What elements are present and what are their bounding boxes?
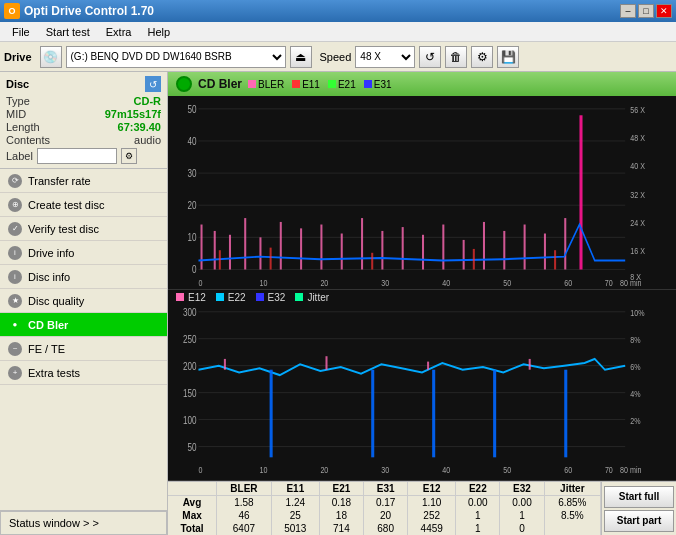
stats-row-max: Max 46 25 18 20 252 1 1 8.5%: [168, 509, 601, 522]
svg-text:50: 50: [503, 278, 511, 288]
sidebar-item-cd-bler[interactable]: ● CD Bler: [0, 313, 167, 337]
svg-rect-47: [544, 234, 546, 270]
svg-rect-48: [564, 218, 566, 269]
svg-rect-39: [381, 231, 383, 270]
svg-rect-52: [371, 253, 373, 270]
sidebar-item-disc-info[interactable]: i Disc info: [0, 265, 167, 289]
app-icon: O: [4, 3, 20, 19]
legend2-e32-label: E32: [268, 292, 286, 303]
sidebar-item-extra-tests[interactable]: + Extra tests: [0, 361, 167, 385]
transfer-rate-icon: ⟳: [8, 174, 22, 188]
svg-rect-29: [201, 225, 203, 270]
main-area: Disc ↺ Type CD-R MID 97m15s17f Length 67…: [0, 72, 676, 535]
svg-rect-90: [529, 359, 531, 370]
col-header-bler: BLER: [217, 482, 272, 496]
svg-text:20: 20: [320, 464, 328, 475]
start-part-button[interactable]: Start part: [604, 510, 674, 532]
start-full-button[interactable]: Start full: [604, 486, 674, 508]
svg-rect-44: [483, 222, 485, 270]
disc-refresh-button[interactable]: ↺: [145, 76, 161, 92]
speed-label: Speed: [320, 51, 352, 63]
legend2-e22-dot: [216, 293, 224, 301]
legend-e11-dot: [292, 80, 300, 88]
legend-bler-label: BLER: [258, 79, 284, 90]
sidebar-item-verify-test-disc[interactable]: ✓ Verify test disc: [0, 217, 167, 241]
svg-rect-53: [473, 249, 475, 270]
menu-start-test[interactable]: Start test: [38, 24, 98, 40]
svg-rect-50: [219, 250, 221, 269]
menu-help[interactable]: Help: [139, 24, 178, 40]
sidebar-item-fe-te[interactable]: ~ FE / TE: [0, 337, 167, 361]
length-value: 67:39.40: [118, 121, 161, 133]
svg-rect-86: [564, 369, 567, 457]
save-button[interactable]: 💾: [497, 46, 519, 68]
type-value: CD-R: [134, 95, 162, 107]
svg-text:100: 100: [183, 413, 197, 425]
stat-max-e32: 1: [500, 509, 544, 522]
legend-e31-dot: [364, 80, 372, 88]
extra-tests-label: Extra tests: [28, 367, 80, 379]
sidebar-item-disc-quality[interactable]: ★ Disc quality: [0, 289, 167, 313]
length-label: Length: [6, 121, 40, 133]
col-header-e31: E31: [364, 482, 408, 496]
stats-table: BLER E11 E21 E31 E12 E22 E32 Jitter Avg: [168, 482, 601, 535]
speed-select[interactable]: 48 X: [355, 46, 415, 68]
svg-text:70: 70: [605, 464, 613, 475]
sidebar: Disc ↺ Type CD-R MID 97m15s17f Length 67…: [0, 72, 168, 535]
svg-rect-31: [229, 235, 231, 270]
clear-button[interactable]: 🗑: [445, 46, 467, 68]
svg-text:150: 150: [183, 386, 197, 398]
close-button[interactable]: ✕: [656, 4, 672, 18]
window-controls: – □ ✕: [620, 4, 672, 18]
refresh-button[interactable]: ↺: [419, 46, 441, 68]
drive-icon-button[interactable]: 💿: [40, 46, 62, 68]
svg-rect-49: [579, 115, 582, 269]
svg-text:20: 20: [187, 200, 196, 211]
minimize-button[interactable]: –: [620, 4, 636, 18]
top-chart: 50 40 30 20 10 0 56 X 48 X 40 X 32 X 24 …: [168, 96, 676, 290]
stat-total-e21: 714: [319, 522, 363, 535]
menu-file[interactable]: File: [4, 24, 38, 40]
menu-extra[interactable]: Extra: [98, 24, 140, 40]
drive-info-icon: i: [8, 246, 22, 260]
status-window-button[interactable]: Status window > >: [0, 511, 167, 535]
verify-test-disc-icon: ✓: [8, 222, 22, 236]
type-label: Type: [6, 95, 30, 107]
top-chart-svg: 50 40 30 20 10 0 56 X 48 X 40 X 32 X 24 …: [168, 96, 676, 289]
svg-text:40: 40: [187, 136, 196, 147]
settings-button[interactable]: ⚙: [471, 46, 493, 68]
stat-max-jitter: 8.5%: [544, 509, 600, 522]
label-settings-button[interactable]: ⚙: [121, 148, 137, 164]
chart-title: CD Bler: [198, 77, 242, 91]
svg-text:8%: 8%: [630, 333, 641, 344]
svg-text:70: 70: [605, 278, 613, 288]
col-header-empty: [168, 482, 217, 496]
drive-select[interactable]: (G:) BENQ DVD DD DW1640 BSRB: [66, 46, 286, 68]
sidebar-status: Status window > >: [0, 510, 167, 535]
svg-rect-46: [524, 225, 526, 270]
stat-max-e11: 25: [271, 509, 319, 522]
svg-text:16 X: 16 X: [630, 246, 645, 256]
svg-rect-45: [503, 231, 505, 270]
eject-button[interactable]: ⏏: [290, 46, 312, 68]
svg-rect-42: [442, 225, 444, 270]
label-input[interactable]: [37, 148, 117, 164]
sidebar-item-drive-info[interactable]: i Drive info: [0, 241, 167, 265]
stat-avg-e12: 1.10: [408, 496, 456, 510]
stat-total-label: Total: [168, 522, 217, 535]
svg-text:20: 20: [320, 278, 328, 288]
stat-max-e21: 18: [319, 509, 363, 522]
stat-avg-e32: 0.00: [500, 496, 544, 510]
maximize-button[interactable]: □: [638, 4, 654, 18]
chart-legend-1: BLER E11 E21 E31: [248, 79, 392, 90]
mid-label: MID: [6, 108, 26, 120]
svg-text:80 min: 80 min: [620, 278, 641, 288]
stats-row-avg: Avg 1.58 1.24 0.18 0.17 1.10 0.00 0.00 6…: [168, 496, 601, 510]
disc-panel: Disc ↺ Type CD-R MID 97m15s17f Length 67…: [0, 72, 167, 169]
sidebar-item-transfer-rate[interactable]: ⟳ Transfer rate: [0, 169, 167, 193]
charts-container: 50 40 30 20 10 0 56 X 48 X 40 X 32 X 24 …: [168, 96, 676, 481]
sidebar-item-create-test-disc[interactable]: ⊕ Create test disc: [0, 193, 167, 217]
stat-max-label: Max: [168, 509, 217, 522]
svg-rect-34: [280, 222, 282, 270]
svg-rect-32: [244, 218, 246, 269]
